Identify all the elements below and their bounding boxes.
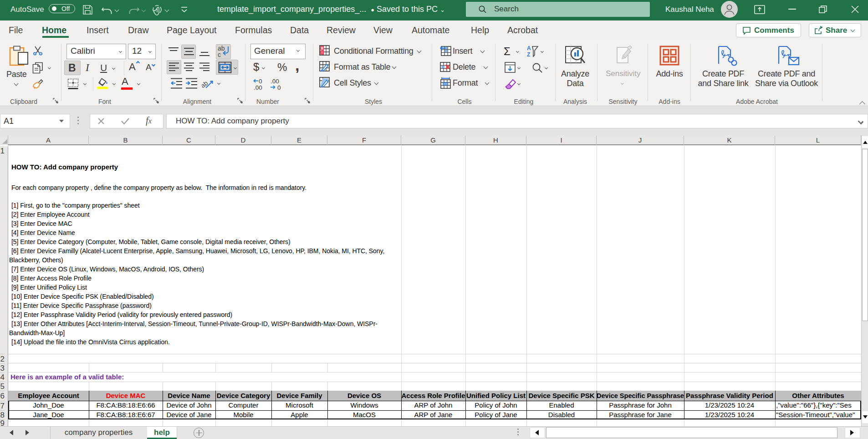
svg-text:.00: .00	[254, 84, 262, 91]
svg-text:.00: .00	[271, 78, 279, 85]
svg-text:Z: Z	[527, 51, 530, 57]
svg-text:A: A	[527, 46, 531, 51]
svg-text:ab: ab	[202, 79, 209, 89]
svg-text:0: 0	[277, 84, 281, 91]
svg-text:c: c	[218, 51, 221, 58]
svg-text:0: 0	[259, 78, 262, 85]
